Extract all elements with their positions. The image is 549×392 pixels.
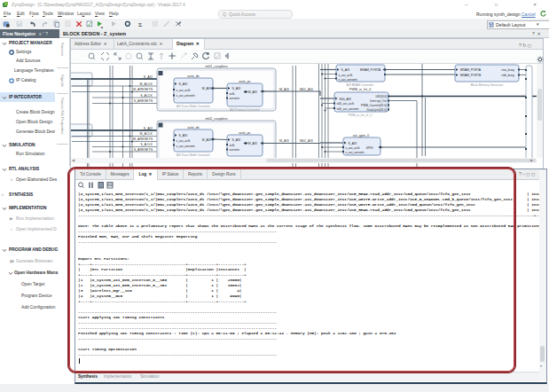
svg-text:AXI BRAM Controller: AXI BRAM Controller bbox=[347, 83, 375, 87]
svg-text:auto_pc: auto_pc bbox=[239, 131, 251, 135]
svg-text:auto_ds: auto_ds bbox=[187, 126, 200, 129]
svg-text:S_AXI: S_AXI bbox=[179, 134, 188, 137]
svg-text:m01_couplers: m01_couplers bbox=[205, 64, 227, 68]
svg-text:S_AXI: S_AXI bbox=[341, 68, 350, 72]
svg-text:M_ACLK: M_ACLK bbox=[140, 132, 153, 136]
svg-text:Interrupt_Out: Interrupt_Out bbox=[370, 99, 387, 103]
svg-text:PWM_Counter[31:0]: PWM_Counter[31:0] bbox=[361, 104, 387, 107]
svg-text:AXI Protocol Converter: AXI Protocol Converter bbox=[230, 108, 261, 112]
svg-text:M_AXI: M_AXI bbox=[279, 88, 289, 91]
svg-text:auto_pc: auto_pc bbox=[239, 80, 251, 83]
svg-text:rsta_busy: rsta_busy bbox=[501, 68, 514, 72]
svg-text:s_axi_aresetn: s_axi_aresetn bbox=[346, 151, 365, 154]
svg-text:S00_AXI: S00_AXI bbox=[340, 98, 351, 101]
svg-text:s00_axi_aresetn: s00_axi_aresetn bbox=[337, 107, 359, 111]
svg-text:S_AXI: S_AXI bbox=[349, 142, 357, 145]
svg-text:aclk: aclk bbox=[230, 92, 235, 96]
svg-text:M_ACLK: M_ACLK bbox=[140, 82, 153, 86]
svg-text:AXI Data Width Converter: AXI Data Width Converter bbox=[176, 153, 211, 157]
svg-text:M02_AXI: M02_AXI bbox=[300, 139, 313, 143]
svg-text:BRAM_PORTB: BRAM_PORTB bbox=[460, 74, 482, 77]
svg-text:S_ACLK: S_ACLK bbox=[140, 94, 153, 98]
svg-text:M_AXI: M_AXI bbox=[202, 87, 211, 90]
svg-text:PWM_w_Int_0: PWM_w_Int_0 bbox=[349, 88, 372, 91]
svg-text:PWM_w_Int_v1_0: PWM_w_Int_v1_0 bbox=[349, 114, 373, 117]
svg-text:S_AXI: S_AXI bbox=[144, 127, 153, 130]
svg-text:S_ARESETN: S_ARESETN bbox=[134, 148, 153, 152]
svg-text:auto_ds: auto_ds bbox=[187, 74, 200, 78]
svg-text:BRAM_PORTA: BRAM_PORTA bbox=[360, 68, 381, 72]
svg-text:s_axi_aclk: s_axi_aclk bbox=[339, 74, 353, 77]
svg-text:S_AXI: S_AXI bbox=[232, 138, 241, 142]
svg-text:axi_gpio_0: axi_gpio_0 bbox=[353, 134, 369, 137]
svg-text:Block Memory Generator: Block Memory Generator bbox=[471, 83, 505, 87]
svg-text:aclk: aclk bbox=[230, 144, 235, 147]
svg-text:M_AXI: M_AXI bbox=[248, 142, 257, 145]
svg-text:S_AXI: S_AXI bbox=[232, 87, 241, 90]
svg-text:s_axi_aclk: s_axi_aclk bbox=[346, 146, 360, 150]
svg-text:s_axi_aresetn: s_axi_aresetn bbox=[176, 145, 195, 148]
svg-text:s_axi_aresetn: s_axi_aresetn bbox=[176, 94, 195, 98]
svg-text:Σ: Σ bbox=[138, 21, 142, 27]
svg-text:GPIO: GPIO bbox=[366, 146, 374, 150]
svg-text:s00_axi_aclk: s00_axi_aclk bbox=[337, 102, 355, 106]
svg-text:aresetn: aresetn bbox=[230, 148, 239, 152]
svg-text:M_ARESETN: M_ARESETN bbox=[133, 137, 153, 141]
svg-text:DutyCycle[31:0]: DutyCycle[31:0] bbox=[367, 108, 388, 112]
svg-text:rstb_busy: rstb_busy bbox=[501, 74, 514, 77]
svg-text:BRAM_PORTA: BRAM_PORTA bbox=[460, 68, 482, 72]
svg-text:s_axi_aclk: s_axi_aclk bbox=[176, 89, 191, 92]
svg-text:s_axi_aresetn: s_axi_aresetn bbox=[339, 78, 357, 82]
svg-text:M_ARESETN: M_ARESETN bbox=[133, 88, 153, 91]
svg-text:M_AXI: M_AXI bbox=[202, 138, 211, 142]
svg-text:aresetn: aresetn bbox=[230, 97, 239, 100]
svg-text:S_ACLK: S_ACLK bbox=[140, 143, 153, 146]
svg-text:M01_AXI: M01_AXI bbox=[300, 88, 313, 91]
svg-text:S_ARESETN: S_ARESETN bbox=[134, 99, 153, 103]
svg-text:M_AXI: M_AXI bbox=[248, 90, 257, 94]
svg-text:AXI Data Width Converter: AXI Data Width Converter bbox=[176, 105, 211, 108]
svg-text:M_AXI: M_AXI bbox=[279, 139, 289, 143]
svg-text:LED[3:0]: LED[3:0] bbox=[376, 95, 388, 98]
svg-text:S_AXI: S_AXI bbox=[179, 82, 188, 86]
svg-text:S_AXI: S_AXI bbox=[144, 75, 153, 79]
svg-text:s_axi_aclk: s_axi_aclk bbox=[176, 139, 191, 143]
svg-text:m02_couplers: m02_couplers bbox=[205, 116, 227, 121]
